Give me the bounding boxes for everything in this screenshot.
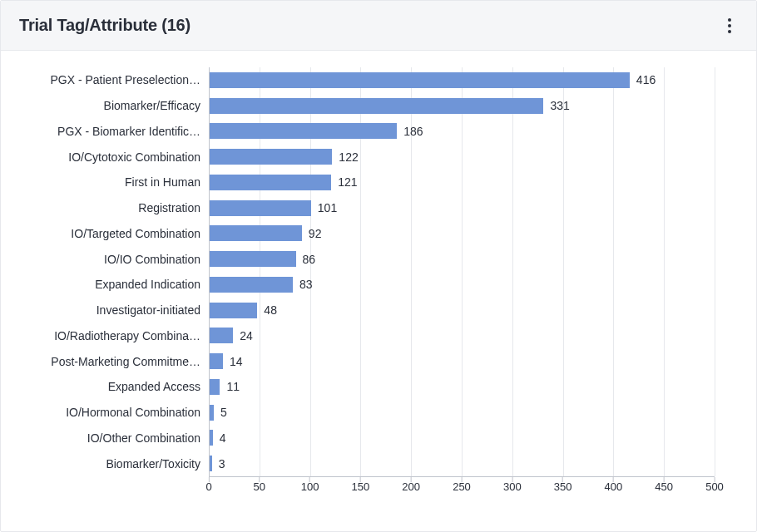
bar-value-label: 92 — [309, 227, 322, 240]
bar-row: IO/IO Combination86 — [209, 246, 715, 272]
chart-area: PGX - Patient Preselection…416Biomarker/… — [1, 51, 756, 531]
bar-value-label: 83 — [299, 278, 313, 291]
bar-value-label: 4 — [220, 431, 226, 445]
category-label: PGX - Biomarker Identific… — [17, 125, 200, 138]
bar[interactable]: 122 — [209, 149, 332, 165]
bar-value-label: 101 — [318, 201, 337, 214]
bar[interactable]: 101 — [209, 200, 311, 216]
bar-row: Expanded Access11 — [209, 374, 715, 400]
x-axis: 050100150200250300350400450500 — [209, 476, 715, 498]
bar-row: Biomarker/Efficacy331 — [209, 93, 715, 119]
bar-value-label: 24 — [240, 329, 253, 342]
category-label: Investigator-initiated — [17, 303, 200, 317]
bar-row: IO/Targeted Combination92 — [209, 221, 715, 247]
bar-row: Biomarker/Toxicity3 — [209, 451, 715, 476]
bar-row: IO/Cytotoxic Combination122 — [209, 144, 715, 170]
bar-row: Investigator-initiated48 — [209, 298, 715, 323]
bar[interactable]: 416 — [209, 72, 630, 88]
grid-line — [715, 67, 715, 476]
bar-row: PGX - Patient Preselection…416 — [209, 67, 715, 93]
bar-row: Post-Marketing Commitme…14 — [209, 348, 715, 374]
card-title: Trial Tag/Attribute (16) — [19, 16, 190, 35]
bar[interactable]: 121 — [209, 175, 331, 190]
bar-value-label: 331 — [550, 99, 569, 112]
bar[interactable]: 186 — [209, 123, 397, 139]
category-label: Post-Marketing Commitme… — [17, 355, 200, 368]
bar-value-label: 11 — [226, 380, 240, 393]
bar-row: IO/Other Combination4 — [209, 426, 715, 451]
category-label: IO/Targeted Combination — [17, 227, 200, 240]
bar-value-label: 86 — [303, 253, 316, 266]
bar-row: Registration101 — [209, 195, 715, 221]
bar[interactable]: 83 — [209, 277, 293, 293]
x-tick-label: 0 — [205, 480, 211, 493]
card-header: Trial Tag/Attribute (16) — [1, 1, 756, 51]
bar-value-label: 416 — [636, 73, 656, 86]
bar-value-label: 48 — [264, 303, 277, 317]
category-label: IO/Other Combination — [17, 431, 200, 445]
bar[interactable]: 14 — [209, 353, 223, 369]
kebab-menu-icon[interactable] — [721, 17, 738, 34]
bar-value-label: 3 — [219, 457, 225, 470]
bar[interactable]: 331 — [209, 98, 543, 114]
x-tick-label: 100 — [301, 480, 319, 493]
category-label: Expanded Indication — [17, 278, 200, 291]
chart-card: Trial Tag/Attribute (16) PGX - Patient P… — [0, 0, 757, 532]
category-label: Biomarker/Toxicity — [17, 457, 200, 470]
category-label: IO/Cytotoxic Combination — [17, 150, 200, 164]
x-tick-label: 200 — [402, 480, 420, 493]
x-tick-label: 300 — [503, 480, 522, 493]
chart-inner: PGX - Patient Preselection…416Biomarker/… — [9, 67, 731, 498]
bar-value-label: 186 — [403, 125, 423, 138]
bar-row: IO/Hormonal Combination5 — [209, 400, 715, 426]
bar-value-label: 121 — [338, 175, 357, 189]
plot-region: PGX - Patient Preselection…416Biomarker/… — [209, 67, 715, 476]
category-label: IO/IO Combination — [17, 253, 200, 266]
bar-value-label: 122 — [339, 150, 358, 164]
bar-value-label: 14 — [230, 355, 243, 368]
category-label: PGX - Patient Preselection… — [17, 73, 200, 86]
bar[interactable]: 11 — [209, 379, 220, 395]
x-tick-label: 450 — [655, 480, 673, 493]
x-tick-label: 250 — [453, 480, 471, 493]
y-axis-line — [209, 67, 210, 476]
category-label: Biomarker/Efficacy — [17, 99, 200, 112]
bar-row: Expanded Indication83 — [209, 272, 715, 298]
category-label: Expanded Access — [17, 380, 200, 393]
x-tick-label: 150 — [352, 480, 370, 493]
x-tick-label: 500 — [705, 480, 724, 493]
category-label: IO/Radiotherapy Combina… — [17, 329, 200, 342]
bar-value-label: 5 — [220, 406, 227, 419]
bar-row: IO/Radiotherapy Combina…24 — [209, 323, 715, 349]
x-tick-label: 350 — [554, 480, 572, 493]
bar[interactable]: 92 — [209, 225, 302, 241]
bar-row: First in Human121 — [209, 170, 715, 195]
x-tick-label: 50 — [254, 480, 265, 493]
x-tick-label: 400 — [605, 480, 623, 493]
bar[interactable]: 86 — [209, 251, 296, 267]
category-label: IO/Hormonal Combination — [17, 406, 200, 419]
bar[interactable]: 24 — [209, 328, 233, 343]
category-label: First in Human — [17, 175, 200, 189]
bar[interactable]: 48 — [209, 303, 257, 318]
category-label: Registration — [17, 201, 200, 214]
bar-row: PGX - Biomarker Identific…186 — [209, 119, 715, 145]
